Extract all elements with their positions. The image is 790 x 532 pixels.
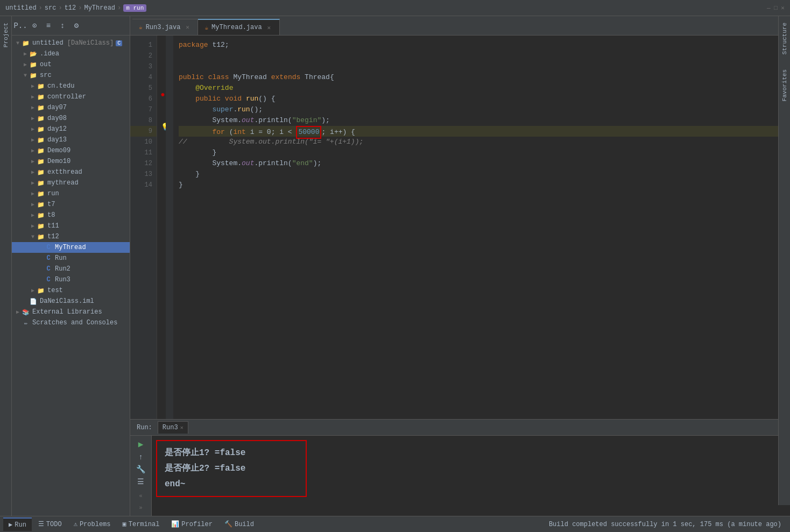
structure-label[interactable]: Structure xyxy=(780,20,789,56)
arrow-icon: ▶ xyxy=(29,126,37,132)
tree-item-t11[interactable]: ▶📁t11 xyxy=(12,221,130,231)
code-editor: 1 2 3 4 5 6 7 8 9 10 11 12 13 14 ● ↑ xyxy=(130,36,790,419)
tree-item-run-class[interactable]: CRun xyxy=(12,253,130,264)
problems-icon: ⚠ xyxy=(74,520,77,528)
arrow-icon xyxy=(37,266,44,272)
java-icon: C xyxy=(44,265,53,273)
status-tab-label: Profiler xyxy=(181,521,213,528)
project-label[interactable]: Project xyxy=(2,20,10,49)
breadcrumb-src: src xyxy=(45,4,57,12)
tree-item-run2-class[interactable]: CRun2 xyxy=(12,264,130,274)
sidebar-p-icon[interactable]: P.. xyxy=(15,20,26,31)
tree-item-t8[interactable]: ▶📁t8 xyxy=(12,210,130,221)
run-tab-close[interactable]: ✕ xyxy=(180,424,184,431)
arrow-icon: ▼ xyxy=(29,234,37,240)
left-panel-labels: Project xyxy=(0,16,12,516)
sidebar-settings-icon[interactable]: ⚙ xyxy=(71,20,82,31)
status-tab-run[interactable]: ▶ Run xyxy=(3,517,32,531)
arrow-icon: ▶ xyxy=(29,104,37,111)
breadcrumb-untitled: untitled xyxy=(5,4,37,12)
run-lines-button[interactable]: ☰ xyxy=(135,477,147,486)
tree-item-day13[interactable]: ▶📁day13 xyxy=(12,134,130,145)
run-play-button[interactable]: ▶ xyxy=(135,439,147,450)
arrow-icon: ▶ xyxy=(22,51,29,57)
sidebar-target-icon[interactable]: ⊙ xyxy=(29,20,40,31)
sidebar-toolbar: P.. ⊙ ≡ ↕ ⚙ xyxy=(12,16,130,36)
java-icon: C xyxy=(44,254,53,263)
run-output: 是否停止1? =false 是否停止2? =false end~ xyxy=(152,436,790,516)
tree-item-out[interactable]: ▶ 📁 out xyxy=(12,59,130,70)
status-tab-profiler[interactable]: 📊 Profiler xyxy=(166,518,218,530)
tree-item-t7[interactable]: ▶📁t7 xyxy=(12,199,130,210)
right-panel-labels: Structure Favorites xyxy=(778,16,790,505)
line-num-4: 4 xyxy=(130,72,157,83)
run-wrench-button[interactable]: 🔧 xyxy=(135,465,147,474)
folder-icon: 📁 xyxy=(29,60,38,69)
status-tab-todo[interactable]: ☰ TODO xyxy=(33,518,67,530)
tree-item-run[interactable]: ▶📁run xyxy=(12,188,130,199)
line-num-2: 2 xyxy=(130,51,157,61)
status-tab-label: Terminal xyxy=(129,521,160,528)
tree-item-cntedu[interactable]: ▶📁cn.tedu xyxy=(12,81,130,91)
tab-run3[interactable]: ☕ Run3.java ✕ xyxy=(132,19,198,35)
status-tabs: ▶ Run ☰ TODO ⚠ Problems ▣ Terminal 📊 Pro… xyxy=(3,517,544,531)
tree-item-iml[interactable]: 📄DaNeiClass.iml xyxy=(12,296,130,307)
tree-item-scratches[interactable]: ✏️Scratches and Consoles xyxy=(12,317,130,328)
top-bar: untitled › src › t12 › MyThread › m run … xyxy=(0,0,790,16)
tree-item-run3-class[interactable]: CRun3 xyxy=(12,274,130,285)
scratches-icon: ✏️ xyxy=(22,318,30,327)
tree-item-day12[interactable]: ▶📁day12 xyxy=(12,124,130,134)
tree-item-day08[interactable]: ▶📁day08 xyxy=(12,113,130,124)
output-line-2: 是否停止2? =false xyxy=(165,461,298,477)
breadcrumb-method: m run xyxy=(123,4,146,12)
code-line-14: } xyxy=(179,180,782,190)
tree-item-mythread-class[interactable]: CMyThread xyxy=(12,242,130,253)
line-num-12: 12 xyxy=(130,158,157,169)
play-icon: ▶ xyxy=(138,439,144,450)
status-tab-problems[interactable]: ⚠ Problems xyxy=(68,518,116,530)
tree-label: Run2 xyxy=(55,265,70,273)
tree-item-ext-libs[interactable]: ▶📚External Libraries xyxy=(12,307,130,317)
arrow-icon: ▼ xyxy=(14,40,22,46)
tree-item-test[interactable]: ▶📁test xyxy=(12,285,130,296)
profiler-icon: 📊 xyxy=(171,520,179,528)
breakpoint-icon: ● xyxy=(160,90,165,99)
status-tab-terminal[interactable]: ▣ Terminal xyxy=(117,518,165,530)
tree-item-day07[interactable]: ▶📁day07 xyxy=(12,102,130,113)
favorites-label[interactable]: Favorites xyxy=(780,67,789,103)
run-tab-run3[interactable]: Run3 ✕ xyxy=(158,421,188,434)
arrow-icon: ▶ xyxy=(29,137,37,143)
tree-item-demo09[interactable]: ▶📁Demo09 xyxy=(12,145,130,156)
folder-icon: 📁 xyxy=(37,125,45,133)
run-up-button[interactable]: ↑ xyxy=(135,453,147,462)
arrow-icon: ▶ xyxy=(29,94,37,100)
tree-label: controller xyxy=(47,93,86,101)
sidebar-collapse-icon[interactable]: ↕ xyxy=(57,20,68,31)
line-num-11: 11 xyxy=(130,147,157,158)
tree-label: untitled [DaNeiClass] xyxy=(32,39,114,47)
tab-mythread[interactable]: ☕ MyThread.java ✕ xyxy=(198,19,279,35)
sidebar-sort-icon[interactable]: ≡ xyxy=(43,20,54,31)
folder-icon: 📁 xyxy=(37,232,45,241)
tab-close-run3[interactable]: ✕ xyxy=(184,24,191,31)
tree-item-mythread[interactable]: ▶📁mythread xyxy=(12,178,130,188)
arrow-icon: ▶ xyxy=(29,158,37,165)
line-num-7: 7 xyxy=(130,104,157,115)
tree-item-extthread[interactable]: ▶📁extthread xyxy=(12,167,130,178)
folder-icon: 📁 xyxy=(37,103,45,112)
code-content[interactable]: package t12; public class MyThread exten… xyxy=(173,36,782,419)
tree-item-demo10[interactable]: ▶📁Demo10 xyxy=(12,156,130,167)
tree-item-src[interactable]: ▼ 📁 src xyxy=(12,70,130,81)
tree-item-untitled[interactable]: ▼ 📁 untitled [DaNeiClass] C xyxy=(12,38,130,48)
tree-label: test xyxy=(47,287,63,294)
folder-icon: 📁 xyxy=(37,168,45,176)
tab-close-mythread[interactable]: ✕ xyxy=(265,24,273,31)
status-tab-build[interactable]: 🔨 Build xyxy=(219,518,259,530)
tree-item-controller[interactable]: ▶📁controller xyxy=(12,91,130,102)
tree-item-idea[interactable]: ▶ 📂 .idea xyxy=(12,48,130,59)
tree-label: t11 xyxy=(47,222,59,230)
code-line-4: public class MyThread extends Thread{ xyxy=(179,72,782,83)
editor-area: ☕ Run3.java ✕ ☕ MyThread.java ✕ 1 2 3 4 … xyxy=(130,16,790,516)
tree-item-t12[interactable]: ▼📁t12 xyxy=(12,231,130,242)
folder-icon: 📁 xyxy=(37,157,45,166)
